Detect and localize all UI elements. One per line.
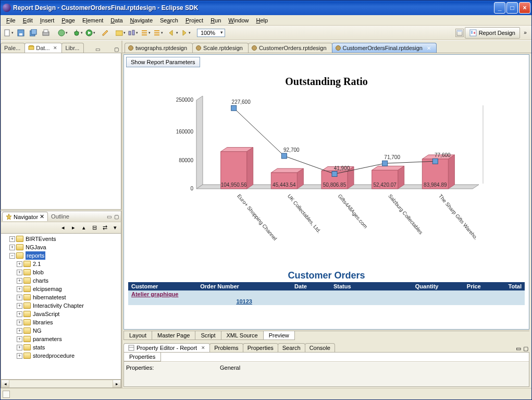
expand-icon[interactable]: + — [9, 236, 15, 242]
expand-icon[interactable]: + — [17, 345, 22, 350]
tree-item[interactable]: hibernatetest — [33, 293, 66, 301]
expand-icon[interactable]: + — [17, 328, 22, 334]
tree-item[interactable]: storedprocedure — [33, 351, 75, 360]
collapse-all-icon[interactable]: ⊟ — [90, 223, 99, 233]
menu-project[interactable]: Project — [182, 16, 207, 25]
show-report-parameters-button[interactable]: Show Report Parameters — [126, 57, 200, 67]
perspective-report-design[interactable]: Report Design — [465, 27, 520, 39]
expand-icon[interactable]: + — [17, 295, 22, 300]
nav-up-icon[interactable]: ▴ — [79, 223, 89, 233]
menu-element[interactable]: Element — [79, 16, 107, 25]
editor-page-tab[interactable]: Master Page — [152, 331, 195, 340]
back-button[interactable]: ▾ — [167, 27, 179, 39]
status-box-icon[interactable] — [3, 391, 10, 398]
properties-subtab[interactable]: Properties — [123, 353, 161, 361]
tree-hscrollbar[interactable]: ◂▸ — [1, 380, 121, 388]
tree-item[interactable]: blob — [33, 268, 44, 276]
order-link[interactable]: 10123 — [236, 298, 252, 305]
expand-icon[interactable]: + — [9, 245, 15, 250]
tree-item[interactable]: libraries — [33, 318, 53, 326]
tab-library[interactable]: Libr... — [61, 43, 84, 53]
editor-page-tab[interactable]: Script — [195, 331, 221, 340]
expand-icon[interactable]: + — [17, 261, 22, 267]
close-icon[interactable]: ✕ — [40, 213, 44, 220]
tree-item[interactable]: JavaScript — [33, 310, 59, 318]
minimize-view-icon[interactable]: ▭ — [94, 45, 102, 53]
tree-item[interactable]: parameters — [33, 335, 62, 343]
minimize-view-icon[interactable]: ▭ — [105, 213, 113, 220]
expand-icon[interactable]: + — [17, 336, 22, 342]
menu-run[interactable]: Run — [207, 16, 225, 25]
menu-navigate[interactable]: Navigate — [127, 16, 156, 25]
pencil-button[interactable] — [100, 27, 111, 39]
tab-data[interactable]: Dat... ✕ — [24, 43, 62, 53]
editor-page-tab[interactable]: Preview — [263, 331, 295, 340]
maximize-view-icon[interactable]: ▢ — [113, 45, 120, 53]
navigator-tree[interactable]: +BIRTEvents +NGJava −reports +2.1+blob+c… — [1, 234, 121, 380]
view-control-icon[interactable]: ▭ — [515, 345, 522, 352]
nav1-button[interactable]: ▾ — [140, 27, 151, 39]
menu-window[interactable]: Window — [225, 16, 252, 25]
bottom-view-tab[interactable]: Property Editor - Report✕ — [123, 343, 210, 352]
save-all-button[interactable] — [28, 27, 39, 39]
maximize-view-icon[interactable]: ▢ — [113, 213, 120, 220]
nav-fwd-icon[interactable]: ▸ — [69, 223, 78, 233]
expand-icon[interactable]: + — [17, 311, 22, 317]
collapse-icon[interactable]: − — [9, 253, 15, 259]
menu-insert[interactable]: Insert — [36, 16, 58, 25]
minimize-button[interactable]: _ — [494, 2, 505, 14]
tab-palette[interactable]: Pale... — [1, 43, 25, 53]
tree-item[interactable]: 2.1 — [33, 260, 41, 268]
new-button[interactable]: ▾ — [3, 27, 14, 39]
menu-help[interactable]: Help — [252, 16, 271, 25]
editor-page-tab[interactable]: Layout — [123, 331, 152, 340]
tree-item[interactable]: NGJava — [26, 243, 46, 251]
editor-page-tab[interactable]: XML Source — [221, 331, 264, 340]
expand-icon[interactable]: + — [17, 270, 22, 275]
tree-item[interactable]: NG — [33, 326, 42, 335]
close-button[interactable]: × — [519, 2, 530, 14]
menu-page[interactable]: Page — [58, 16, 79, 25]
folder-open-button[interactable]: ▾ — [115, 27, 126, 39]
editor-tab[interactable]: CustomerOrdersFinal.rptdesign✕ — [332, 43, 437, 53]
tree-item[interactable]: stats — [33, 343, 45, 351]
perspective-more[interactable]: » — [521, 29, 529, 37]
expand-icon[interactable]: + — [17, 353, 22, 359]
debug-button[interactable]: ▾ — [72, 27, 83, 39]
print-button[interactable] — [40, 27, 52, 39]
bottom-view-tab[interactable]: Console — [305, 343, 335, 352]
link-editor-icon[interactable]: ⇄ — [100, 223, 109, 233]
tree-item[interactable]: elcipsemag — [33, 285, 62, 293]
open-perspective-button[interactable] — [455, 29, 464, 37]
run-button[interactable]: ▾ — [84, 27, 96, 39]
bottom-view-tab[interactable]: Search — [278, 343, 305, 352]
editor-tab[interactable]: twographs.rptdesign — [125, 43, 193, 53]
menu-search[interactable]: Search — [156, 16, 182, 25]
menu-file[interactable]: File — [3, 16, 19, 25]
nav2-button[interactable]: ▾ — [152, 27, 164, 39]
close-icon[interactable]: ✕ — [53, 45, 57, 51]
tree-item-selected[interactable]: reports — [26, 251, 45, 260]
tree-item[interactable]: charts — [33, 276, 48, 285]
maximize-button[interactable]: □ — [506, 2, 518, 14]
zoom-combo[interactable]: 100% — [197, 29, 225, 37]
expand-icon[interactable]: + — [17, 320, 22, 325]
customer-link[interactable]: Atelier graphique — [131, 291, 178, 297]
view-menu-icon[interactable]: ▾ — [110, 223, 120, 233]
expand-icon[interactable]: + — [17, 303, 22, 309]
editor-tab[interactable]: Scale.rptdesign — [192, 43, 249, 53]
nav-back-icon[interactable]: ◂ — [58, 223, 68, 233]
bottom-view-tab[interactable]: Properties — [243, 343, 278, 352]
globe-button[interactable]: ▾ — [57, 27, 68, 39]
tree-item[interactable]: Interactivity Chapter — [33, 301, 84, 310]
forward-button[interactable]: ▾ — [180, 27, 191, 39]
tab-navigator[interactable]: Navigator ✕ — [2, 212, 48, 221]
expand-icon[interactable]: + — [17, 286, 22, 292]
expand-icon[interactable]: + — [17, 278, 22, 284]
close-icon[interactable]: ✕ — [427, 45, 431, 51]
align-button[interactable]: ▾ — [127, 27, 139, 39]
menu-data[interactable]: Data — [107, 16, 126, 25]
editor-tab[interactable]: CustomerOrders.rptdesign — [248, 43, 332, 53]
bottom-view-tab[interactable]: Problems — [209, 343, 243, 352]
save-button[interactable] — [15, 27, 27, 39]
